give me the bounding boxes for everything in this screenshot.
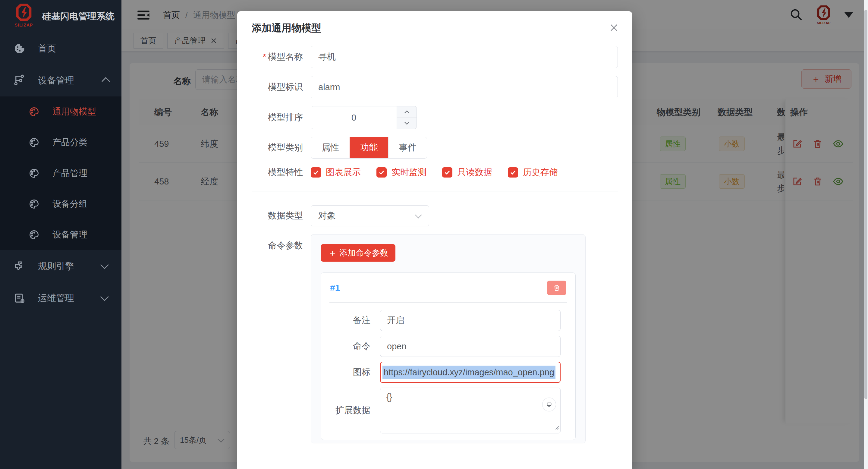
sidebar-item-label: 设备管理 [53, 229, 87, 241]
form-divider [252, 191, 618, 191]
model-sort-label: 模型排序 [252, 112, 311, 124]
required-asterisk: * [263, 52, 266, 61]
stepper-up-button[interactable] [397, 106, 416, 118]
sidebar-item-device-grouping[interactable]: 设备分组 [0, 189, 121, 219]
sidebar-group-rule-engine[interactable]: 规则引擎 [0, 250, 121, 282]
chevron-up-icon [103, 75, 109, 86]
form-row-command-params: 命令参数 ＋ 添加命令参数 #1 [252, 234, 618, 443]
checkbox-checked-icon [442, 167, 453, 178]
datatype-select[interactable]: 对象 [311, 205, 429, 226]
model-sort-number-input[interactable]: 0 [311, 106, 417, 129]
screen: SILIZAP 硅基闪电管理系统 首页 设备管理 通用物模型 [0, 0, 868, 469]
close-icon[interactable] [609, 23, 619, 33]
sidebar-group-ops-management[interactable]: 运维管理 [0, 282, 121, 314]
model-name-label: *模型名称 [252, 51, 311, 63]
command-input[interactable]: open [380, 336, 561, 357]
model-category-segmented: 属性 功能 事件 [311, 137, 427, 159]
app-brand: SILIZAP 硅基闪电管理系统 [0, 0, 121, 33]
form-row-model-features: 模型特性 图表展示 实时监测 只读数据 [252, 166, 618, 179]
extended-data-value: {} [386, 392, 392, 402]
form-row-model-identifier: 模型标识 alarm [252, 76, 618, 98]
sidebar-item-label: 产品管理 [53, 167, 87, 179]
sidebar: SILIZAP 硅基闪电管理系统 首页 设备管理 通用物模型 [0, 0, 121, 469]
param-card-divider [330, 302, 567, 303]
form-row-datatype: 数据类型 对象 [252, 205, 618, 226]
remark-label: 备注 [330, 314, 380, 326]
param-card-header: #1 [330, 281, 566, 295]
dashboard-icon [13, 42, 27, 55]
model-features-label: 模型特性 [252, 166, 311, 179]
segment-function[interactable]: 功能 [350, 137, 388, 158]
checkbox-readonly-data[interactable]: 只读数据 [442, 166, 492, 179]
chevron-down-icon [103, 261, 109, 271]
plus-icon: ＋ [328, 248, 337, 257]
device-tree-icon [13, 74, 27, 87]
model-identifier-input[interactable]: alarm [311, 76, 618, 98]
param-row-command: 命令 open [330, 336, 566, 357]
model-features-checkboxes: 图表展示 实时监测 只读数据 历史存储 [311, 166, 558, 179]
model-category-label: 模型类别 [252, 142, 311, 154]
command-label: 命令 [330, 340, 380, 352]
selected-text: https://fairycloud.xyz/images/mao_open.p… [382, 366, 555, 379]
app-logo-icon [16, 4, 32, 22]
sidebar-group-label: 运维管理 [38, 292, 74, 305]
puzzle-icon [13, 260, 27, 273]
fullscreen-editor-icon[interactable] [542, 398, 556, 411]
browser-scrollbar[interactable] [864, 0, 868, 469]
command-param-card: #1 备注 开启 命令 open [321, 273, 576, 440]
checkbox-realtime-monitor[interactable]: 实时监测 [376, 166, 427, 179]
sidebar-item-device-management[interactable]: 设备管理 [0, 219, 121, 250]
palette-icon [27, 167, 41, 179]
checkbox-history-storage[interactable]: 历史存储 [508, 166, 558, 179]
param-row-icon-url: 图标 https://fairycloud.xyz/images/mao_ope… [330, 362, 566, 383]
checkbox-checked-icon [508, 167, 518, 178]
sidebar-item-label: 产品分类 [53, 136, 87, 149]
sidebar-item-generic-thing-model[interactable]: 通用物模型 [0, 96, 121, 127]
delete-param-button[interactable] [547, 281, 566, 295]
remark-input[interactable]: 开启 [380, 310, 561, 331]
param-row-remark: 备注 开启 [330, 310, 566, 331]
chevron-down-icon [415, 212, 422, 219]
datatype-label: 数据类型 [252, 210, 311, 222]
model-identifier-label: 模型标识 [252, 81, 311, 93]
app-logo: SILIZAP [14, 4, 34, 29]
chevron-down-icon [103, 293, 109, 303]
add-thing-model-dialog: 添加通用物模型 *模型名称 寻机 模型标识 alarm 模型排序 0 [237, 11, 632, 469]
number-stepper [397, 106, 416, 129]
sidebar-item-label: 设备分组 [53, 198, 87, 210]
extended-data-label: 扩展数据 [330, 405, 380, 416]
segment-event[interactable]: 事件 [388, 137, 427, 158]
dialog-form: *模型名称 寻机 模型标识 alarm 模型排序 0 [252, 46, 618, 443]
sidebar-item-product-management[interactable]: 产品管理 [0, 158, 121, 189]
sidebar-submenu-device: 通用物模型 产品分类 产品管理 设备分组 [0, 96, 121, 250]
palette-icon [27, 137, 41, 148]
datatype-value: 对象 [318, 210, 336, 222]
sidebar-item-home[interactable]: 首页 [0, 33, 121, 64]
sidebar-item-label: 首页 [38, 42, 56, 55]
sidebar-item-product-category[interactable]: 产品分类 [0, 127, 121, 158]
form-row-model-sort: 模型排序 0 [252, 106, 618, 129]
scrollbar-thumb[interactable] [864, 10, 867, 399]
sidebar-group-device-management[interactable]: 设备管理 [0, 64, 121, 96]
checkbox-checked-icon [311, 167, 321, 178]
model-name-input[interactable]: 寻机 [311, 46, 618, 68]
command-params-panel: ＋ 添加命令参数 #1 备注 开启 [311, 234, 586, 443]
sidebar-item-label: 通用物模型 [53, 106, 96, 118]
checkbox-chart-display[interactable]: 图表展示 [311, 166, 361, 179]
resize-handle-icon[interactable] [555, 422, 559, 432]
param-row-extended-data: 扩展数据 {} [330, 387, 566, 433]
sidebar-group-label: 设备管理 [38, 74, 74, 87]
palette-icon [27, 106, 41, 118]
icon-url-input[interactable]: https://fairycloud.xyz/images/mao_open.p… [380, 362, 561, 383]
ops-book-icon [13, 292, 27, 305]
stepper-down-button[interactable] [397, 118, 416, 129]
form-row-model-category: 模型类别 属性 功能 事件 [252, 137, 618, 159]
app-title: 硅基闪电管理系统 [42, 10, 115, 23]
palette-icon [27, 198, 41, 210]
sidebar-group-label: 规则引擎 [38, 260, 74, 273]
palette-icon [27, 229, 41, 241]
add-command-param-button[interactable]: ＋ 添加命令参数 [321, 244, 396, 262]
command-params-label: 命令参数 [252, 234, 311, 252]
extended-data-textarea[interactable]: {} [380, 387, 561, 433]
segment-attribute[interactable]: 属性 [311, 137, 350, 158]
